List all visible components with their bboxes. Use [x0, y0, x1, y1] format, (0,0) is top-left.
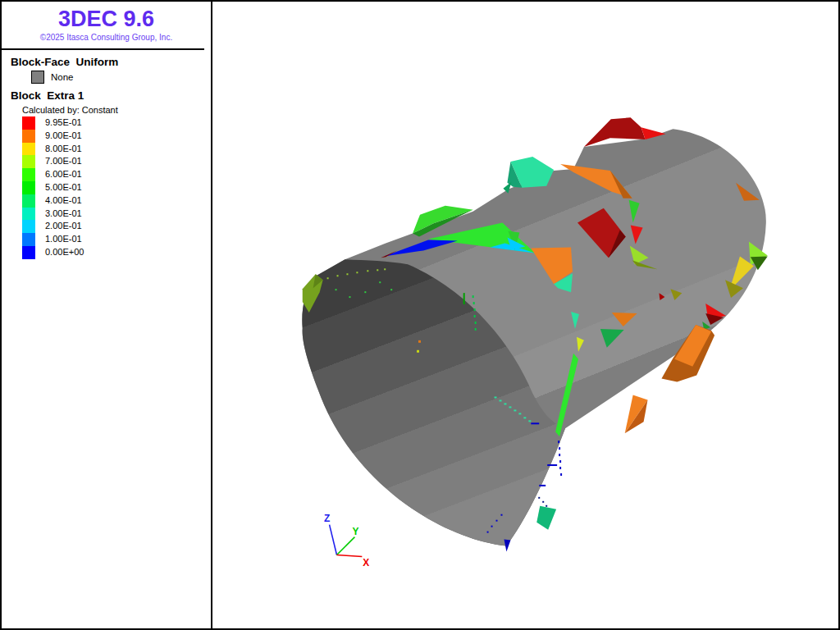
joint-trace-dot: [418, 340, 421, 343]
joint-trace-dot: [504, 403, 506, 404]
joint-trace-dot: [346, 273, 348, 275]
scale-row: 4.00E-01: [22, 194, 211, 208]
joint-trace-dot: [487, 532, 489, 533]
axis-line-z: [330, 525, 337, 555]
joint-trace-dot: [539, 485, 546, 486]
blockextra-heading: Block Extra 1: [11, 89, 211, 102]
joint-trace-dot: [349, 296, 350, 298]
joint-trace-dot: [547, 464, 557, 466]
joint-trace-dot: [377, 269, 378, 271]
scale-swatch: [22, 220, 35, 233]
joint-trace-dot: [538, 497, 540, 499]
axis-label-y: Y: [352, 526, 358, 537]
scale-swatch: [22, 181, 35, 194]
copyright-text: ©2025 Itasca Consulting Group, Inc.: [2, 33, 211, 42]
scale-value: 9.95E-01: [45, 116, 82, 130]
scale-row: 9.95E-01: [22, 116, 211, 130]
scale-row: 6.00E-01: [22, 168, 211, 181]
separator-line: [2, 48, 204, 50]
joint-trace-dot: [531, 422, 539, 424]
scale-row: 3.00E-01: [22, 208, 211, 221]
joint-trace-dot: [475, 328, 477, 331]
joint-trace-dot: [379, 281, 381, 283]
calculated-by-label: Calculated by: Constant: [22, 105, 211, 115]
joint-trace-dot: [367, 270, 368, 272]
scale-swatch: [22, 143, 35, 156]
axis-line-y: [337, 537, 355, 555]
joint-trace-dot: [327, 277, 329, 279]
scale-value: 4.00E-01: [45, 194, 82, 208]
joint-trace-dot: [558, 441, 559, 443]
joint-trace-dot: [546, 505, 547, 507]
axis-label-z: Z: [324, 513, 330, 524]
scale-row: 0.00E+00: [22, 246, 211, 259]
scale-value: 0.00E+00: [45, 246, 84, 259]
joint-trace-dot: [417, 350, 419, 353]
scale-swatch: [22, 233, 35, 246]
scale-value: 2.00E-01: [45, 220, 82, 233]
joint-trace-dot: [559, 467, 561, 469]
scale-swatch: [22, 246, 35, 259]
joint-trace-dot: [509, 406, 511, 408]
scale-value: 8.00E-01: [45, 143, 82, 156]
joint-trace-dot: [463, 293, 465, 304]
joint-trace-dot: [472, 295, 474, 298]
joint-trace-dot: [495, 396, 497, 398]
scale-value: 7.00E-01: [45, 155, 82, 168]
joint-trace-dot: [336, 289, 337, 290]
joint-trace-dot: [499, 399, 501, 401]
joint-trace-dot: [560, 473, 562, 476]
joint-trace-dot: [491, 526, 493, 527]
joint-trace-dot: [528, 420, 531, 422]
joint-trace-dot: [474, 315, 476, 317]
scale-row: 9.00E-01: [22, 130, 211, 143]
joint-trace-dot: [500, 514, 502, 516]
joint-trace-dot: [390, 289, 392, 290]
joint-trace-dot: [337, 275, 339, 276]
scale-row: 2.00E-01: [22, 220, 211, 233]
scale-row: 8.00E-01: [22, 143, 211, 156]
scale-value: 1.00E-01: [45, 233, 82, 246]
scale-swatch: [22, 130, 35, 143]
joint-trace-dot: [559, 447, 560, 450]
scale-row: 5.00E-01: [22, 181, 211, 194]
joint-trace-dot: [559, 454, 560, 456]
scale-swatch: [22, 194, 35, 208]
joint-trace-dot: [518, 413, 521, 414]
app-window: ZYX 3DEC 9.6 ©2025 Itasca Consulting Gro…: [0, 0, 840, 630]
joint-trace-dot: [474, 308, 476, 311]
scale-value: 9.00E-01: [45, 130, 82, 143]
joint-trace-dot: [523, 417, 526, 418]
none-label: None: [51, 72, 74, 82]
joint-trace-dot: [514, 409, 516, 411]
scale-swatch: [22, 208, 35, 221]
joint-trace-dot: [356, 272, 358, 273]
joint-trace-dot: [364, 291, 366, 293]
teal-block-bottom: [536, 506, 556, 530]
joint-trace-dot: [475, 322, 477, 324]
color-scale: 9.95E-019.00E-018.00E-017.00E-016.00E-01…: [22, 116, 211, 259]
joint-trace-dot: [559, 460, 561, 463]
scale-value: 3.00E-01: [45, 208, 82, 221]
axis-triad: ZYX: [324, 513, 369, 569]
none-swatch: [31, 71, 44, 84]
scale-row: 1.00E-01: [22, 233, 211, 246]
blockface-heading: Block-Face Uniform: [11, 56, 211, 68]
joint-trace-dot: [542, 501, 544, 503]
scale-value: 5.00E-01: [45, 181, 82, 194]
app-title: 3DEC 9.6: [2, 7, 211, 32]
scale-value: 6.00E-01: [45, 168, 82, 181]
legend-panel: 3DEC 9.6 ©2025 Itasca Consulting Group, …: [2, 2, 212, 628]
axis-line-x: [337, 555, 363, 556]
scale-swatch: [22, 168, 35, 181]
blockface-none-row: None: [31, 71, 211, 84]
scale-swatch: [22, 155, 35, 168]
joint-trace-dot: [496, 520, 498, 522]
joint-trace-dot: [473, 302, 475, 304]
scale-swatch: [22, 116, 35, 130]
joint-trace-dot: [384, 268, 386, 270]
scale-row: 7.00E-01: [22, 155, 211, 168]
axis-label-x: X: [363, 557, 369, 568]
